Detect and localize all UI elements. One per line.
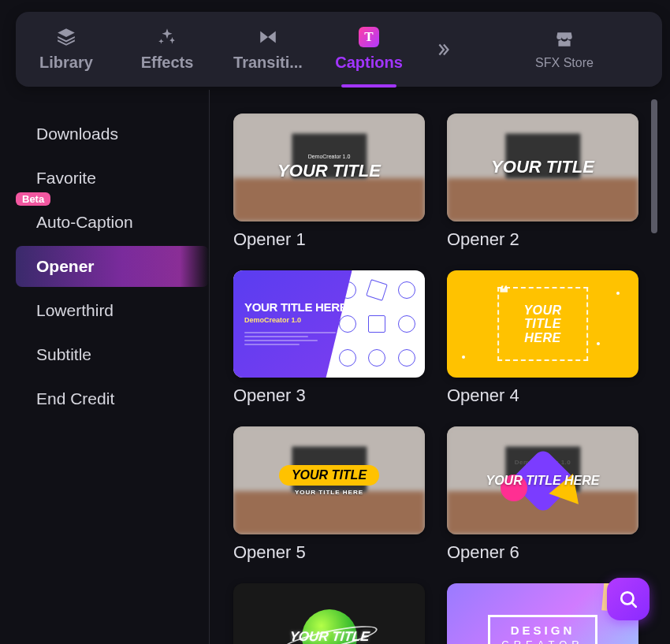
- sidebar-item-opener[interactable]: Opener: [16, 246, 209, 287]
- template-label: Opener 3: [233, 385, 425, 406]
- chevrons-right-icon: [434, 41, 452, 58]
- thumb-title: DESIGN: [501, 624, 583, 637]
- sidebar-item-downloads[interactable]: Downloads: [16, 114, 209, 154]
- template-item[interactable]: YOUR TITLE: [233, 583, 425, 644]
- captions-icon: T: [359, 27, 379, 47]
- template-thumbnail: DemoCreator 1.0 YOUR TITLE HERE: [447, 426, 638, 534]
- thumb-subtitle: DemoCreator 1.0: [308, 154, 351, 159]
- sidebar-item-label: Lowerthird: [36, 301, 114, 319]
- sparkle-icon: [157, 27, 177, 47]
- template-grid: DemoCreator 1.0 YOUR TITLE Opener 1 YOUR…: [210, 90, 662, 644]
- sidebar-item-lowerthird[interactable]: Lowerthird: [16, 290, 209, 331]
- search-icon: [618, 589, 638, 609]
- stack-icon: [56, 27, 76, 47]
- sidebar-item-label: Subtitle: [36, 345, 91, 363]
- sidebar-item-label: Downloads: [36, 125, 118, 143]
- sidebar-item-label: Auto-Caption: [36, 213, 133, 231]
- template-item[interactable]: ❝ YOUR TITLE HERE Opener 4: [447, 270, 638, 407]
- sidebar-item-label: Opener: [36, 257, 95, 275]
- more-tabs-button[interactable]: [419, 12, 467, 87]
- template-thumbnail: YOUR TITLE: [447, 114, 638, 221]
- sidebar-item-end-credit[interactable]: End Credit: [16, 378, 209, 419]
- template-item[interactable]: YOUR TITLE YOUR TITLE HERE Opener 5: [233, 426, 425, 563]
- thumb-subtitle: YOUR TITLE HERE: [295, 489, 363, 496]
- thumb-title: YOUR TITLE HERE: [244, 300, 352, 314]
- sidebar-item-auto-caption[interactable]: Beta Auto-Caption: [16, 202, 209, 243]
- thumb-subtitle: DemoCreator 1.0: [244, 316, 352, 324]
- top-tab-bar: Library Effects Transiti... T Captions: [16, 12, 662, 87]
- tab-transitions[interactable]: Transiti...: [218, 12, 318, 87]
- tab-label: Transiti...: [233, 54, 303, 72]
- tab-captions[interactable]: T Captions: [318, 12, 419, 87]
- thumb-title: YOUR TITLE HERE: [523, 303, 561, 345]
- main-body: Downloads Favorite Beta Auto-Caption Ope…: [16, 90, 662, 644]
- sidebar-item-subtitle[interactable]: Subtitle: [16, 334, 209, 375]
- thumb-subtitle: CREATOR: [501, 638, 583, 644]
- transitions-icon: [258, 27, 278, 47]
- template-label: Opener 4: [447, 385, 638, 406]
- active-tab-underline: [341, 84, 396, 87]
- category-sidebar: Downloads Favorite Beta Auto-Caption Ope…: [16, 90, 209, 644]
- tab-label: SFX Store: [535, 56, 594, 70]
- template-label: Opener 6: [447, 542, 638, 563]
- template-item[interactable]: DemoCreator 1.0 YOUR TITLE HERE Opener 6: [447, 426, 638, 563]
- thumb-title: YOUR TITLE: [288, 629, 370, 644]
- template-label: Opener 1: [233, 229, 425, 250]
- beta-badge: Beta: [16, 192, 50, 206]
- tab-label: Library: [39, 54, 93, 72]
- sidebar-item-label: Favorite: [36, 169, 96, 187]
- sidebar-item-label: End Credit: [36, 389, 114, 408]
- thumb-title: YOUR TITLE: [491, 157, 594, 177]
- search-button[interactable]: [607, 578, 650, 620]
- template-thumbnail: DemoCreator 1.0 YOUR TITLE: [233, 114, 425, 221]
- template-thumbnail: YOUR TITLE: [233, 583, 425, 644]
- template-item[interactable]: YOUR TITLE HERE DemoCreator 1.0 Opener 3: [233, 270, 425, 407]
- template-label: Opener 5: [233, 542, 425, 563]
- tab-effects[interactable]: Effects: [117, 12, 218, 87]
- tab-label: Captions: [335, 54, 403, 72]
- tab-label: Effects: [141, 54, 194, 72]
- template-thumbnail: YOUR TITLE YOUR TITLE HERE: [233, 426, 425, 534]
- tab-library[interactable]: Library: [16, 12, 117, 87]
- template-item[interactable]: DemoCreator 1.0 YOUR TITLE Opener 1: [233, 114, 425, 250]
- app-root: Library Effects Transiti... T Captions: [0, 0, 670, 644]
- template-thumbnail: ❝ YOUR TITLE HERE: [447, 270, 638, 378]
- template-label: Opener 2: [447, 229, 638, 250]
- scrollbar[interactable]: [651, 99, 657, 233]
- template-item[interactable]: YOUR TITLE Opener 2: [447, 114, 638, 250]
- thumb-title: YOUR TITLE: [279, 465, 379, 486]
- thumb-title: YOUR TITLE: [277, 161, 381, 181]
- thumb-title: YOUR TITLE HERE: [486, 474, 599, 488]
- store-icon: [554, 29, 575, 50]
- tab-sfx-store[interactable]: SFX Store: [467, 12, 662, 87]
- template-thumbnail: YOUR TITLE HERE DemoCreator 1.0: [233, 270, 425, 378]
- content-panel: DemoCreator 1.0 YOUR TITLE Opener 1 YOUR…: [209, 90, 662, 644]
